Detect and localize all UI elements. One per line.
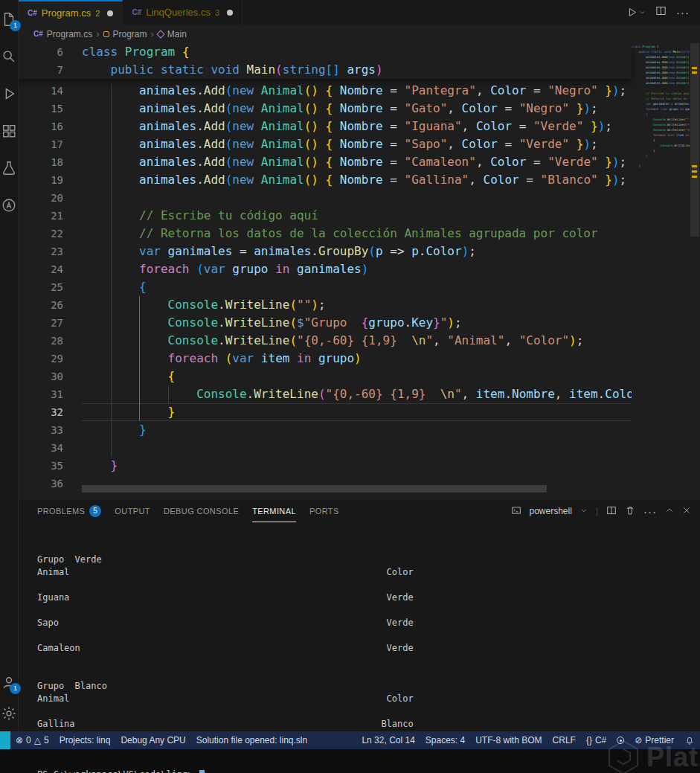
terminal-profile-icon <box>511 505 521 518</box>
minimap-line: { <box>632 112 690 118</box>
remote-indicator[interactable] <box>0 731 10 749</box>
code-editor[interactable]: 14 animales.Add(new Animal() { Nombre = … <box>19 43 700 500</box>
tab-label: Program.cs <box>42 7 91 19</box>
separator: | <box>596 506 598 516</box>
tab-program-cs[interactable]: C# Program.cs 2 <box>19 0 123 25</box>
extensions-icon[interactable] <box>0 122 18 140</box>
testing-icon[interactable] <box>0 159 18 177</box>
dirty-dot-icon[interactable] <box>107 10 113 16</box>
warning-mark <box>692 170 697 173</box>
minimap-line: } <box>632 149 690 154</box>
tab-output[interactable]: OUTPUT <box>115 500 150 522</box>
language-status[interactable]: {} C# <box>581 731 611 749</box>
line-number: 6 <box>19 43 63 61</box>
split-editor-button[interactable] <box>655 5 667 19</box>
line-number: 18 <box>19 153 63 171</box>
method-symbol-icon <box>156 30 164 38</box>
settings-gear-icon[interactable] <box>0 705 18 722</box>
vertical-scrollbar[interactable] <box>690 43 700 500</box>
problems-status[interactable]: ⊗ 0 △ 5 <box>10 731 54 749</box>
terminal-prompt[interactable]: PS C:\workspace\VS\code\linq> <box>37 769 700 773</box>
kill-terminal-icon[interactable] <box>625 505 635 518</box>
new-terminal-dropdown[interactable] <box>580 506 588 516</box>
sticky-scroll[interactable]: 6class Program {7 public static void Mai… <box>19 43 632 79</box>
minimap-line: Console.WriteLine(""); <box>632 118 690 123</box>
projects-status[interactable]: Projects: linq <box>54 731 116 749</box>
tab-terminal[interactable]: TERMINAL <box>252 500 296 522</box>
terminal-line: Sapo Verde <box>37 617 700 629</box>
code-line[interactable]: 35 } <box>19 457 632 475</box>
line-number: 27 <box>19 314 63 332</box>
horizontal-scrollbar[interactable] <box>82 485 547 493</box>
search-icon[interactable] <box>0 48 18 65</box>
class-symbol-icon <box>103 31 109 37</box>
prettier-status[interactable]: ⊘ Prettier <box>629 731 679 749</box>
minimap-line <box>632 170 690 175</box>
account-icon[interactable]: 1 <box>0 673 18 691</box>
eol-status[interactable]: CRLF <box>548 731 581 749</box>
terminal-line: Iguana Verde <box>37 591 700 604</box>
line-number: 34 <box>19 439 63 457</box>
minimap-line: // Escribe tu código aquí <box>632 92 690 97</box>
more-actions-button[interactable]: ··· <box>676 6 690 19</box>
minimap-line: } <box>632 154 690 159</box>
tab-linqqueries-cs[interactable]: C# LinqQueries.cs 3 <box>123 0 243 25</box>
close-panel-icon[interactable] <box>682 506 691 517</box>
braces-icon: {} <box>586 735 592 745</box>
minimap-line: animales.Add(new Animal() { Nombre = "Sa… <box>632 71 690 76</box>
code-line[interactable]: 7 public static void Main(string[] args) <box>19 61 632 79</box>
minimap-line <box>632 86 690 92</box>
panel-actions: powershell | ··· <box>511 505 692 518</box>
solution-status[interactable]: Solution file opened: linq.sln <box>191 731 312 749</box>
breadcrumb-file[interactable]: Program.cs <box>47 29 92 39</box>
tab-debug-console[interactable]: DEBUG CONSOLE <box>164 500 239 522</box>
warning-mark <box>692 176 697 178</box>
extension-status-icon <box>617 737 624 744</box>
line-number: 19 <box>19 171 63 189</box>
csharp-file-icon: C# <box>33 30 43 38</box>
minimap-line: animales.Add(new Animal() { Nombre = "Pa… <box>632 55 690 60</box>
minimap[interactable]: class Program { public static void Main(… <box>632 43 690 500</box>
minimap-line: animales.Add(new Animal() { Nombre = "Ga… <box>632 81 690 86</box>
dirty-dot-icon[interactable] <box>227 10 233 16</box>
notifications-bell[interactable] <box>679 731 700 749</box>
breadcrumb-class[interactable]: Program <box>113 29 147 39</box>
terminal-cursor-icon <box>199 770 205 773</box>
run-debug-icon[interactable] <box>0 85 18 103</box>
minimap-line: Console.WriteLine($"Grupo {grupo.Key}"); <box>632 123 690 128</box>
terminal-line <box>37 655 700 667</box>
warning-mark <box>692 71 697 74</box>
bottom-panel: PROBLEMS 5 OUTPUT DEBUG CONSOLE TERMINAL… <box>19 500 700 731</box>
terminal-rows: Grupo VerdeAnimal ColorIguana VerdeSapo <box>37 554 700 743</box>
extension-status[interactable] <box>611 731 629 749</box>
line-number: 14 <box>19 82 63 100</box>
split-terminal-icon[interactable] <box>606 505 617 518</box>
line-number: 21 <box>19 207 63 225</box>
debug-config-status[interactable]: Debug Any CPU <box>115 731 190 749</box>
minimap-line: Console.WriteLine("{0,-60} {1,9} \n", it… <box>632 144 690 149</box>
run-button[interactable] <box>626 7 646 18</box>
breadcrumb-method[interactable]: Main <box>167 29 187 39</box>
panel-more-actions[interactable]: ··· <box>643 505 657 518</box>
minimap-line: public static void Main(string[] args) <box>632 50 690 55</box>
line-number: 20 <box>19 189 63 207</box>
encoding-status[interactable]: UTF-8 with BOM <box>470 731 547 749</box>
tab-problems[interactable]: PROBLEMS 5 <box>37 500 101 522</box>
indentation-status[interactable]: Spaces: 4 <box>420 731 470 749</box>
tab-ports[interactable]: PORTS <box>309 500 339 522</box>
terminal-line: Camaleon Verde <box>37 642 700 655</box>
minimap-line: animales.Add(new Animal() { Nombre = "Ca… <box>632 76 690 81</box>
cursor-position-status[interactable]: Ln 32, Col 14 <box>356 731 420 749</box>
panel-header: PROBLEMS 5 OUTPUT DEBUG CONSOLE TERMINAL… <box>19 500 700 522</box>
terminal-line: Animal Color <box>37 693 700 705</box>
minimap-line: // Retorna los datos de la colección Ani… <box>632 97 690 102</box>
azure-extension-icon[interactable] <box>0 196 18 214</box>
code-line[interactable]: 6class Program { <box>19 43 632 61</box>
maximize-panel-icon[interactable] <box>665 506 674 517</box>
line-number: 24 <box>19 260 63 278</box>
line-number: 15 <box>19 100 63 118</box>
terminal-profile-label[interactable]: powershell <box>530 506 572 516</box>
explorer-icon[interactable]: 1 <box>0 10 18 28</box>
indent-guide <box>168 385 169 403</box>
slash-circle-icon: ⊘ <box>635 735 642 745</box>
